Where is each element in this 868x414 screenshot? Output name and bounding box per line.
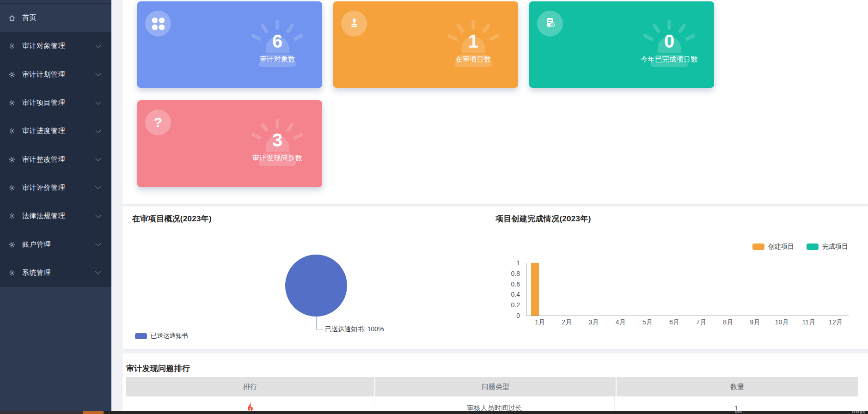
- gear-icon: [8, 71, 16, 78]
- bar-创建项目-1月[interactable]: [531, 263, 539, 316]
- bar-x-label: 12月: [829, 318, 843, 327]
- gear-icon: [8, 128, 16, 135]
- chevron-down-icon: [95, 184, 101, 190]
- stat-card-1: 1在审项目数: [333, 1, 518, 88]
- pie-legend-item[interactable]: 已送达通知书: [135, 332, 188, 340]
- bar-y-label: 0.6: [511, 280, 520, 288]
- bar-x-label: 8月: [723, 318, 733, 327]
- bottom-bar: 100% 24:18 首页: [0, 411, 868, 414]
- table-header-cell-0: 排行: [126, 377, 374, 396]
- stat-card-stat: 3审计发现问题数: [224, 129, 322, 163]
- stat-card-label: 今年已完成项目数: [616, 55, 714, 64]
- stat-card-label: 审计发现问题数: [224, 154, 322, 163]
- gear-icon: [8, 156, 16, 163]
- bar-x-label: 3月: [589, 318, 599, 327]
- bar-y-label: 0: [516, 312, 520, 319]
- stat-card-stat: 0今年已完成项目数: [616, 30, 714, 64]
- bar-legend-swatch-created: [752, 244, 764, 250]
- table-header-row: 排行问题类型数量: [126, 377, 858, 396]
- sidebar-item-8[interactable]: 账户管理: [0, 230, 111, 258]
- bottom-bar-track: [0, 411, 83, 414]
- sidebar-item-5[interactable]: 审计整改管理: [0, 145, 111, 173]
- bar-legend-item-done[interactable]: 完成项目: [807, 243, 848, 251]
- bottom-bar-progress-marker[interactable]: [83, 411, 104, 414]
- stat-cards-panel: 6审计对象数1在审项目数0今年已完成项目数?3审计发现问题数: [122, 0, 868, 204]
- gear-icon: [8, 43, 16, 50]
- sidebar-item-label: 审计整改管理: [22, 155, 65, 164]
- chevron-down-icon: [95, 155, 101, 161]
- bar-x-label: 7月: [696, 318, 706, 327]
- home-icon: [8, 14, 16, 22]
- sidebar-item-3[interactable]: 审计项目管理: [0, 89, 111, 117]
- sidebar-item-label: 账户管理: [22, 240, 51, 249]
- stat-card-stat: 6审计对象数: [224, 30, 322, 64]
- stat-card-3: ?3审计发现问题数: [137, 100, 322, 187]
- pie-label-line-elbow: [316, 329, 323, 329]
- sidebar-item-1[interactable]: 审计对象管理: [0, 32, 111, 60]
- stat-card-2: 0今年已完成项目数: [529, 1, 714, 88]
- pie-label-line: [316, 317, 317, 329]
- sidebar-item-label: 系统管理: [22, 268, 51, 277]
- gear-icon: [8, 213, 16, 220]
- pie-data-label: 已送达通知书: 100%: [325, 325, 384, 334]
- sidebar-item-7[interactable]: 法律法规管理: [0, 202, 111, 230]
- stat-card-stat: 1在审项目数: [420, 30, 518, 64]
- bar-chart-y-axis: 00.20.40.60.81: [501, 263, 523, 316]
- stat-card-value: 3: [224, 129, 322, 151]
- bar-x-label: 6月: [669, 318, 679, 327]
- stat-card-label: 审计对象数: [224, 55, 322, 64]
- sidebar-item-4[interactable]: 审计进度管理: [0, 117, 111, 145]
- stat-card-label: 在审项目数: [420, 55, 518, 64]
- charts-panel: 在审项目概况(2023年) 已送达通知书: 100% 已送达通知书 项目创建完成…: [122, 207, 868, 349]
- document-check-icon: [544, 17, 556, 30]
- stat-card-badge: ?: [145, 110, 171, 135]
- chevron-down-icon: [95, 212, 101, 218]
- bar-chart-plot-area: 1月2月3月4月5月6月7月8月9月10月11月12月: [526, 263, 849, 316]
- chevron-down-icon: [95, 268, 101, 274]
- sidebar-item-label: 首页: [22, 13, 37, 22]
- bar-x-label: 9月: [750, 318, 760, 327]
- chevron-down-icon: [95, 127, 101, 133]
- issue-ranking-table: 排行问题类型数量 1 审核人员时间过长 1: [126, 377, 858, 414]
- pie-legend-swatch: [135, 333, 147, 339]
- sidebar-item-2[interactable]: 审计计划管理: [0, 61, 111, 89]
- bar-x-label: 10月: [775, 318, 789, 327]
- sidebar-item-label: 法律法规管理: [22, 212, 65, 220]
- chevron-down-icon: [95, 42, 101, 48]
- sidebar-item-home[interactable]: 首页: [0, 4, 111, 32]
- dashboard-page: 首页审计对象管理审计计划管理审计项目管理审计进度管理审计整改管理审计评价管理法律…: [0, 0, 868, 414]
- bar-y-label: 0.8: [511, 270, 520, 277]
- sidebar-item-label: 审计项目管理: [22, 98, 65, 107]
- stat-card-badge: [145, 11, 171, 37]
- bar-legend-label-done: 完成项目: [822, 243, 848, 251]
- stat-card-value: 1: [420, 30, 518, 52]
- issue-ranking-panel: 审计发现问题排行 排行问题类型数量 1 审核人员时间过长 1: [122, 353, 868, 414]
- bar-x-label: 5月: [642, 318, 653, 327]
- bar-x-label: 2月: [562, 318, 572, 327]
- bar-chart-title: 项目创建完成情况(2023年): [495, 213, 591, 224]
- bar-legend-item-created[interactable]: 创建项目: [752, 243, 794, 251]
- bottom-bar-percent: 100%: [735, 411, 742, 414]
- bar-x-label: 1月: [535, 318, 545, 327]
- gear-icon: [8, 269, 16, 276]
- table-header-cell-1: 问题类型: [375, 377, 616, 396]
- table-header-cell-2: 数量: [617, 377, 858, 396]
- gear-icon: [8, 99, 16, 107]
- pie-chart-slice[interactable]: [285, 255, 347, 317]
- sidebar-item-9[interactable]: 系统管理: [0, 259, 111, 287]
- stat-card-value: 6: [224, 30, 322, 52]
- chevron-down-icon: [95, 99, 101, 105]
- stamp-icon: [348, 17, 360, 30]
- sidebar-item-6[interactable]: 审计评价管理: [0, 174, 111, 202]
- stat-card-badge: [537, 11, 563, 37]
- gear-icon: [8, 241, 16, 248]
- bar-legend-swatch-done: [807, 244, 819, 250]
- pie-chart-title: 在审项目概况(2023年): [132, 213, 212, 224]
- stat-card-badge: [341, 11, 367, 37]
- bar-x-label: 11月: [802, 318, 815, 327]
- sidebar-top-strip: [0, 0, 111, 4]
- bottom-bar-label: 24:18 首页: [852, 411, 865, 414]
- bar-y-label: 0.2: [511, 301, 520, 309]
- bar-y-label: 0.4: [511, 291, 520, 298]
- sidebar: 首页审计对象管理审计计划管理审计项目管理审计进度管理审计整改管理审计评价管理法律…: [0, 0, 111, 414]
